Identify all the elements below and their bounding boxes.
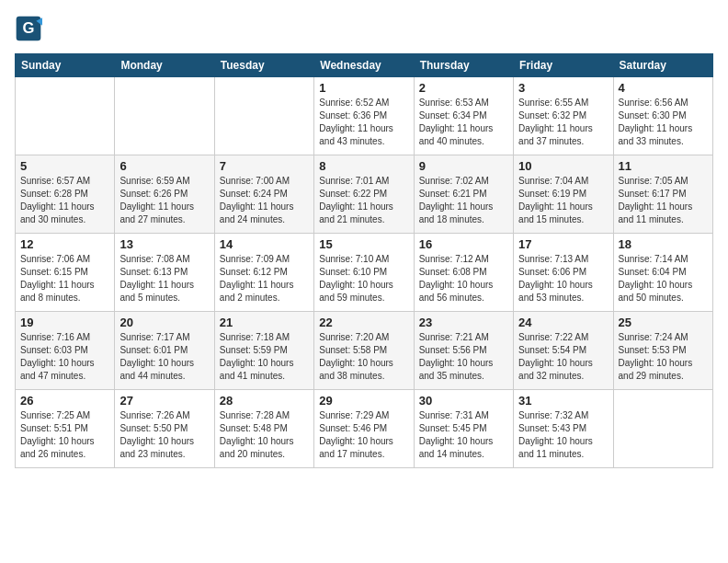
day-info: Sunrise: 7:31 AM Sunset: 5:45 PM Dayligh… <box>419 409 508 461</box>
calendar-cell <box>115 77 214 155</box>
calendar-cell: 14Sunrise: 7:09 AM Sunset: 6:12 PM Dayli… <box>214 234 313 312</box>
day-number: 30 <box>419 394 508 408</box>
day-number: 27 <box>119 394 209 408</box>
day-number: 4 <box>619 81 708 95</box>
day-number: 16 <box>419 237 508 251</box>
day-info: Sunrise: 7:04 AM Sunset: 6:19 PM Dayligh… <box>518 175 608 226</box>
calendar-cell: 18Sunrise: 7:14 AM Sunset: 6:04 PM Dayli… <box>613 234 712 312</box>
calendar-cell: 17Sunrise: 7:13 AM Sunset: 6:06 PM Dayli… <box>514 234 613 312</box>
day-info: Sunrise: 7:32 AM Sunset: 5:43 PM Dayligh… <box>518 409 608 461</box>
day-number: 12 <box>20 237 109 251</box>
weekday-header-row: SundayMondayTuesdayWednesdayThursdayFrid… <box>16 54 713 77</box>
day-info: Sunrise: 7:12 AM Sunset: 6:08 PM Dayligh… <box>419 253 508 304</box>
calendar-week-3: 12Sunrise: 7:06 AM Sunset: 6:15 PM Dayli… <box>16 234 713 312</box>
day-info: Sunrise: 7:16 AM Sunset: 6:03 PM Dayligh… <box>20 331 109 383</box>
calendar-cell: 31Sunrise: 7:32 AM Sunset: 5:43 PM Dayli… <box>514 390 613 468</box>
day-info: Sunrise: 7:21 AM Sunset: 5:56 PM Dayligh… <box>419 331 508 383</box>
page-header: G <box>15 15 713 42</box>
day-info: Sunrise: 7:00 AM Sunset: 6:24 PM Dayligh… <box>220 175 309 226</box>
calendar-cell: 20Sunrise: 7:17 AM Sunset: 6:01 PM Dayli… <box>115 312 214 390</box>
day-info: Sunrise: 7:14 AM Sunset: 6:04 PM Dayligh… <box>619 253 708 304</box>
weekday-header-monday: Monday <box>115 54 214 77</box>
calendar-cell: 9Sunrise: 7:02 AM Sunset: 6:21 PM Daylig… <box>414 155 513 234</box>
day-number: 14 <box>220 237 309 251</box>
calendar-cell: 19Sunrise: 7:16 AM Sunset: 6:03 PM Dayli… <box>16 312 115 390</box>
calendar-week-4: 19Sunrise: 7:16 AM Sunset: 6:03 PM Dayli… <box>16 312 713 390</box>
weekday-header-sunday: Sunday <box>16 54 115 77</box>
day-number: 13 <box>119 237 209 251</box>
day-info: Sunrise: 7:25 AM Sunset: 5:51 PM Dayligh… <box>20 409 109 461</box>
day-number: 24 <box>518 316 608 329</box>
calendar-cell: 8Sunrise: 7:01 AM Sunset: 6:22 PM Daylig… <box>314 155 414 234</box>
weekday-header-saturday: Saturday <box>613 54 712 77</box>
calendar-cell: 15Sunrise: 7:10 AM Sunset: 6:10 PM Dayli… <box>314 234 414 312</box>
day-info: Sunrise: 7:28 AM Sunset: 5:48 PM Dayligh… <box>220 409 309 461</box>
day-info: Sunrise: 6:59 AM Sunset: 6:26 PM Dayligh… <box>119 175 209 226</box>
day-number: 2 <box>419 81 508 95</box>
calendar-cell <box>613 390 712 468</box>
calendar-cell: 22Sunrise: 7:20 AM Sunset: 5:58 PM Dayli… <box>314 312 414 390</box>
logo: G <box>15 15 46 42</box>
calendar-cell: 21Sunrise: 7:18 AM Sunset: 5:59 PM Dayli… <box>214 312 313 390</box>
calendar-cell: 4Sunrise: 6:56 AM Sunset: 6:30 PM Daylig… <box>613 77 712 155</box>
calendar-cell: 28Sunrise: 7:28 AM Sunset: 5:48 PM Dayli… <box>214 390 313 468</box>
day-number: 23 <box>419 316 508 329</box>
calendar-cell: 1Sunrise: 6:52 AM Sunset: 6:36 PM Daylig… <box>314 77 414 155</box>
svg-text:G: G <box>23 19 35 37</box>
calendar-cell: 24Sunrise: 7:22 AM Sunset: 5:54 PM Dayli… <box>514 312 613 390</box>
day-info: Sunrise: 7:24 AM Sunset: 5:53 PM Dayligh… <box>619 331 708 383</box>
calendar-cell: 10Sunrise: 7:04 AM Sunset: 6:19 PM Dayli… <box>514 155 613 234</box>
day-number: 6 <box>119 159 209 173</box>
day-number: 22 <box>319 316 408 329</box>
calendar-cell: 26Sunrise: 7:25 AM Sunset: 5:51 PM Dayli… <box>16 390 115 468</box>
day-info: Sunrise: 7:01 AM Sunset: 6:22 PM Dayligh… <box>319 175 408 226</box>
day-info: Sunrise: 6:52 AM Sunset: 6:36 PM Dayligh… <box>319 97 408 148</box>
calendar-table: SundayMondayTuesdayWednesdayThursdayFrid… <box>15 53 713 468</box>
day-info: Sunrise: 7:09 AM Sunset: 6:12 PM Dayligh… <box>220 253 309 304</box>
calendar-week-1: 1Sunrise: 6:52 AM Sunset: 6:36 PM Daylig… <box>16 77 713 155</box>
calendar-cell: 7Sunrise: 7:00 AM Sunset: 6:24 PM Daylig… <box>214 155 313 234</box>
day-number: 3 <box>518 81 608 95</box>
calendar-cell <box>214 77 313 155</box>
weekday-header-tuesday: Tuesday <box>214 54 313 77</box>
day-number: 19 <box>20 316 109 329</box>
calendar-cell: 13Sunrise: 7:08 AM Sunset: 6:13 PM Dayli… <box>115 234 214 312</box>
day-number: 11 <box>619 159 708 173</box>
calendar-cell: 3Sunrise: 6:55 AM Sunset: 6:32 PM Daylig… <box>514 77 613 155</box>
day-number: 21 <box>220 316 309 329</box>
calendar-cell: 6Sunrise: 6:59 AM Sunset: 6:26 PM Daylig… <box>115 155 214 234</box>
day-info: Sunrise: 7:20 AM Sunset: 5:58 PM Dayligh… <box>319 331 408 383</box>
day-info: Sunrise: 7:02 AM Sunset: 6:21 PM Dayligh… <box>419 175 508 226</box>
calendar-week-2: 5Sunrise: 6:57 AM Sunset: 6:28 PM Daylig… <box>16 155 713 234</box>
day-number: 1 <box>319 81 408 95</box>
calendar-cell: 16Sunrise: 7:12 AM Sunset: 6:08 PM Dayli… <box>414 234 513 312</box>
calendar-cell: 11Sunrise: 7:05 AM Sunset: 6:17 PM Dayli… <box>613 155 712 234</box>
calendar-cell: 23Sunrise: 7:21 AM Sunset: 5:56 PM Dayli… <box>414 312 513 390</box>
day-info: Sunrise: 6:55 AM Sunset: 6:32 PM Dayligh… <box>518 97 608 148</box>
day-number: 7 <box>220 159 309 173</box>
day-number: 17 <box>518 237 608 251</box>
day-number: 26 <box>20 394 109 408</box>
day-info: Sunrise: 7:13 AM Sunset: 6:06 PM Dayligh… <box>518 253 608 304</box>
weekday-header-wednesday: Wednesday <box>314 54 414 77</box>
day-number: 31 <box>518 394 608 408</box>
day-info: Sunrise: 7:05 AM Sunset: 6:17 PM Dayligh… <box>619 175 708 226</box>
logo-icon: G <box>15 15 42 42</box>
calendar-cell: 12Sunrise: 7:06 AM Sunset: 6:15 PM Dayli… <box>16 234 115 312</box>
calendar-cell: 2Sunrise: 6:53 AM Sunset: 6:34 PM Daylig… <box>414 77 513 155</box>
day-number: 25 <box>619 316 708 329</box>
day-info: Sunrise: 7:06 AM Sunset: 6:15 PM Dayligh… <box>20 253 109 304</box>
day-info: Sunrise: 6:57 AM Sunset: 6:28 PM Dayligh… <box>20 175 109 226</box>
day-number: 10 <box>518 159 608 173</box>
day-info: Sunrise: 7:29 AM Sunset: 5:46 PM Dayligh… <box>319 409 408 461</box>
day-number: 8 <box>319 159 408 173</box>
day-info: Sunrise: 6:56 AM Sunset: 6:30 PM Dayligh… <box>619 97 708 148</box>
weekday-header-friday: Friday <box>514 54 613 77</box>
calendar-cell: 25Sunrise: 7:24 AM Sunset: 5:53 PM Dayli… <box>613 312 712 390</box>
calendar-cell: 5Sunrise: 6:57 AM Sunset: 6:28 PM Daylig… <box>16 155 115 234</box>
calendar-cell: 29Sunrise: 7:29 AM Sunset: 5:46 PM Dayli… <box>314 390 414 468</box>
day-number: 5 <box>20 159 109 173</box>
calendar-cell <box>16 77 115 155</box>
day-info: Sunrise: 7:18 AM Sunset: 5:59 PM Dayligh… <box>220 331 309 383</box>
calendar-week-5: 26Sunrise: 7:25 AM Sunset: 5:51 PM Dayli… <box>16 390 713 468</box>
